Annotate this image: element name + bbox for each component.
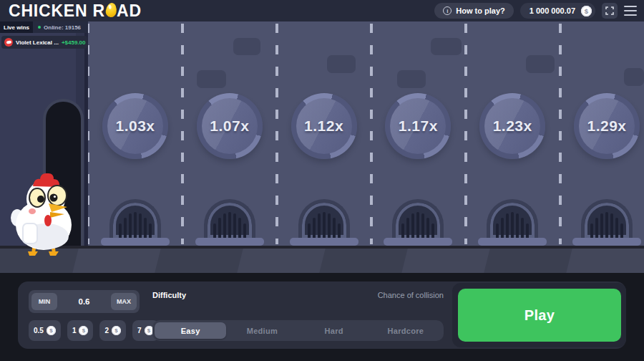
- dollar-coin-icon: $: [112, 326, 121, 335]
- quick-bet-button-1[interactable]: 1 $: [67, 320, 94, 341]
- lane-5: 1.23x: [465, 21, 560, 246]
- how-to-play-label: How to play?: [456, 6, 504, 15]
- quick-bet-row: 0.5 $1 $2 $7 $: [29, 320, 159, 341]
- sidewalk-segment: [401, 249, 493, 273]
- live-win-row: Violet Lexical ... +$459.00: [1, 36, 87, 49]
- lane-3: 1.12x: [277, 21, 371, 246]
- multiplier-label: 1.23x: [493, 117, 532, 135]
- sidewalk-segment: [565, 249, 644, 273]
- egg-icon: [105, 2, 118, 18]
- grate-icon: [392, 199, 444, 238]
- grate-base: [572, 238, 641, 246]
- difficulty-tabs: EasyMediumHardHardcore: [152, 320, 444, 341]
- sidewalk-segment: [154, 249, 246, 273]
- lane-4: 1.17x: [371, 21, 465, 246]
- grate-icon: [581, 199, 633, 238]
- dollar-coin-icon: $: [79, 326, 88, 335]
- multiplier-disc: 1.29x: [574, 93, 640, 159]
- grate-base: [195, 238, 264, 246]
- player-avatar: [4, 38, 13, 47]
- dollar-coin-icon: $: [581, 6, 592, 16]
- lane-6: 1.29x: [560, 21, 644, 246]
- how-to-play-button[interactable]: i How to play?: [434, 3, 513, 19]
- header-controls: i How to play? 1 000 000.07 $: [434, 3, 644, 19]
- quick-bet-button-0.5[interactable]: 0.5 $: [29, 320, 61, 341]
- fullscreen-icon: [605, 6, 614, 15]
- multiplier-disc-inner: 1.03x: [107, 98, 163, 154]
- live-wins-tab[interactable]: Live wins: [0, 21, 33, 33]
- chicken-character: [9, 170, 82, 262]
- app-logo: CHICKEN RAD: [9, 1, 142, 21]
- sidewalk-segment: [318, 249, 411, 273]
- dollar-coin-icon: $: [47, 326, 56, 335]
- multiplier-label: 1.07x: [210, 117, 249, 135]
- lane-2: 1.07x: [182, 21, 277, 246]
- difficulty-tab-medium[interactable]: Medium: [226, 322, 298, 339]
- bet-amount-value[interactable]: 0.6: [57, 297, 111, 306]
- multiplier-disc: 1.03x: [102, 93, 168, 159]
- grate-icon: [109, 199, 161, 238]
- multiplier-disc: 1.17x: [385, 93, 451, 159]
- multiplier-disc: 1.23x: [479, 93, 545, 159]
- player-name: Violet Lexical ...: [16, 39, 59, 46]
- multiplier-label: 1.29x: [587, 117, 626, 135]
- quick-bet-button-2[interactable]: 2 $: [99, 320, 126, 341]
- quick-bet-label: 7: [137, 327, 142, 334]
- control-panel: MIN 0.6 MAX 0.5 $1 $2 $7 $ Difficulty Ch…: [18, 281, 626, 349]
- chicken-road-app: CHICKEN RAD i How to play? 1 000 000.07 …: [0, 0, 644, 361]
- quick-bet-label: 0.5: [34, 327, 44, 334]
- live-wins-bar: Live wins Online: 19156: [0, 21, 88, 33]
- difficulty-label: Difficulty: [152, 291, 186, 299]
- play-button[interactable]: Play: [458, 289, 621, 342]
- grate-icon: [204, 199, 255, 238]
- sidewalk-segment: [236, 249, 328, 273]
- bet-amount-box: MIN 0.6 MAX: [29, 290, 140, 313]
- win-amount: +$459.00: [62, 39, 86, 46]
- grate-base: [101, 238, 170, 246]
- grate-base: [478, 238, 547, 246]
- grate-icon: [487, 199, 538, 238]
- min-bet-button[interactable]: MIN: [31, 293, 57, 310]
- difficulty-tab-easy[interactable]: Easy: [155, 322, 226, 339]
- grate-icon: [298, 199, 350, 238]
- info-icon: i: [443, 6, 452, 15]
- grate-base: [290, 238, 358, 246]
- multiplier-disc-inner: 1.29x: [579, 98, 635, 154]
- max-bet-button[interactable]: MAX: [111, 293, 137, 310]
- multiplier-label: 1.03x: [115, 117, 155, 135]
- difficulty-tab-hardcore[interactable]: Hardcore: [370, 322, 441, 339]
- hamburger-menu-icon[interactable]: [624, 3, 637, 19]
- multiplier-disc: 1.07x: [197, 93, 263, 159]
- multiplier-disc-inner: 1.07x: [202, 98, 258, 154]
- quick-bet-label: 1: [72, 327, 77, 334]
- sidewalk-segment: [72, 249, 164, 273]
- fullscreen-button[interactable]: [602, 3, 618, 19]
- logo-text-right: AD: [117, 1, 142, 21]
- multiplier-label: 1.17x: [399, 117, 438, 135]
- multiplier-disc-inner: 1.12x: [296, 98, 352, 154]
- multiplier-label: 1.12x: [304, 117, 343, 135]
- lane-1: 1.03x: [88, 21, 182, 246]
- online-count: Online: 19156: [44, 24, 81, 31]
- balance-display: 1 000 000.07 $: [520, 3, 595, 19]
- header: CHICKEN RAD i How to play? 1 000 000.07 …: [0, 0, 644, 21]
- game-field: 1.03x 1.07x 1.12x 1.17x 1.23: [0, 21, 644, 273]
- multiplier-disc-inner: 1.17x: [390, 98, 446, 154]
- grate-base: [384, 238, 452, 246]
- balance-value: 1 000 000.07: [530, 6, 575, 15]
- online-dot-icon: [38, 26, 41, 29]
- chance-of-collision-label: Chance of collision: [233, 291, 444, 299]
- sidewalk: [0, 246, 644, 273]
- difficulty-tab-hard[interactable]: Hard: [298, 322, 370, 339]
- sidewalk-segment: [483, 249, 575, 273]
- multiplier-disc: 1.12x: [291, 93, 357, 159]
- multiplier-disc-inner: 1.23x: [484, 98, 540, 154]
- quick-bet-label: 2: [104, 327, 109, 334]
- logo-text-left: CHICKEN R: [9, 1, 105, 21]
